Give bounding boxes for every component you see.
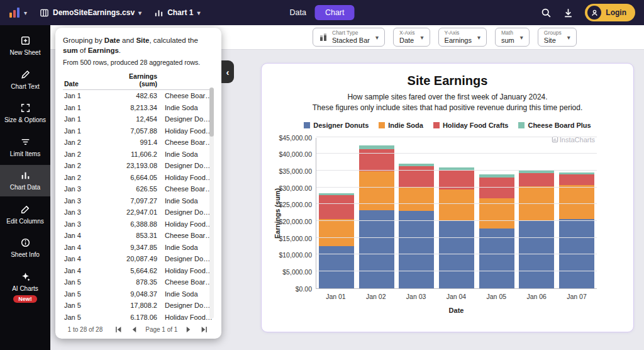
- chevron-down-icon: ▾: [520, 34, 523, 41]
- download-icon[interactable]: [563, 8, 574, 18]
- table-cell: 8,213.34: [108, 104, 157, 111]
- gridline: [316, 254, 597, 254]
- math-dropdown[interactable]: Math sum ▾: [495, 28, 530, 47]
- x-tick-label: Jan 03: [399, 293, 434, 300]
- table-row: Jan 1482.63Cheese Board Plus: [63, 90, 214, 102]
- bar-segment-designer-donuts[interactable]: [359, 210, 394, 288]
- bar-segment-indie-soda[interactable]: [359, 171, 394, 210]
- chart-selector[interactable]: Chart 1 ▾: [154, 8, 200, 18]
- table-row: Jan 112,454Designer Donuts: [63, 113, 214, 125]
- legend-item: Indie Soda: [379, 121, 423, 129]
- table-scrollbar[interactable]: [209, 88, 214, 319]
- table-row: Jan 17,057.88Holiday Food Crafts: [63, 125, 214, 137]
- table-row: Jan 2991.4Cheese Board Plus: [63, 137, 214, 149]
- table-cell: Holiday Food Crafts: [157, 174, 214, 181]
- sidebar-item-size-options[interactable]: Size & Options: [0, 98, 50, 129]
- row-info: From 500 rows, produced 28 aggregated ro…: [63, 59, 214, 66]
- table-body: Jan 1482.63Cheese Board PlusJan 18,213.3…: [63, 90, 214, 320]
- table-cell: Jan 1: [63, 92, 108, 99]
- table-row: Jan 211,606.2Indie Soda: [63, 149, 214, 161]
- panel-collapse-button[interactable]: ‹: [221, 60, 234, 83]
- bar-segment-indie-soda[interactable]: [319, 219, 354, 247]
- table-cell: Indie Soda: [157, 197, 214, 205]
- column-header-date[interactable]: Date: [63, 80, 108, 88]
- bar-segment-holiday-food-crafts[interactable]: [479, 178, 514, 198]
- bar-segment-indie-soda[interactable]: [559, 185, 594, 219]
- legend-label: Holiday Food Crafts: [443, 121, 509, 129]
- table-row: Jan 26,664.05Holiday Food Crafts: [63, 172, 214, 184]
- bar-segment-designer-donuts[interactable]: [519, 221, 554, 288]
- chart-data-panel: ‹ Grouping by Date and Site, calculated …: [55, 28, 221, 339]
- bar-segment-indie-soda[interactable]: [479, 198, 514, 229]
- bar-segment-designer-donuts[interactable]: [319, 246, 354, 288]
- legend-label: Designer Donuts: [313, 121, 369, 129]
- table-cell: Jan 4: [63, 267, 108, 274]
- table-cell: Cheese Board Plus: [157, 185, 214, 193]
- bar-segment-indie-soda[interactable]: [399, 188, 434, 212]
- bar-jan-01[interactable]: [319, 193, 354, 288]
- legend-label: Indie Soda: [388, 121, 423, 129]
- groups-dropdown[interactable]: Groups Site ▾: [538, 28, 577, 47]
- column-header-earnings[interactable]: Earnings (sum): [121, 72, 157, 88]
- gridline: [316, 220, 597, 221]
- prev-page-button[interactable]: [130, 326, 139, 333]
- summary-segment: Date: [104, 37, 120, 44]
- y-axis-dropdown[interactable]: Y-Axis Earnings ▾: [438, 28, 487, 47]
- bar-segment-holiday-food-crafts[interactable]: [319, 195, 354, 219]
- bar-segment-holiday-food-crafts[interactable]: [519, 173, 554, 186]
- login-button[interactable]: Login: [585, 4, 635, 21]
- tab-data[interactable]: Data: [290, 8, 306, 17]
- table-cell: Designer Donuts: [157, 255, 214, 262]
- columns-icon: [40, 8, 49, 18]
- app-logo[interactable]: ▾: [9, 7, 27, 18]
- table-row: Jan 517,808.2Designer Donuts: [63, 300, 214, 312]
- bar-jan-03[interactable]: [399, 164, 434, 288]
- dropdown-label: Y-Axis: [445, 30, 472, 36]
- chevron-left-icon: ‹: [226, 67, 230, 77]
- dropdown-value: Stacked Bar: [332, 37, 370, 44]
- scrollbar-thumb[interactable]: [209, 88, 214, 137]
- sidebar-item-chart-data[interactable]: Chart Data: [0, 165, 50, 196]
- bar-segment-designer-donuts[interactable]: [399, 211, 434, 288]
- sidebar-item-sheet-info[interactable]: Sheet Info: [0, 232, 50, 264]
- last-page-button[interactable]: [199, 326, 209, 333]
- x-axis-dropdown[interactable]: X-Axis Date ▾: [393, 28, 430, 47]
- chevron-down-icon: ▾: [567, 34, 570, 41]
- sidebar-item-edit-columns[interactable]: Edit Columns: [0, 199, 50, 230]
- next-page-button[interactable]: [184, 326, 193, 333]
- tab-chart[interactable]: Chart: [315, 5, 355, 20]
- sidebar-item-limit-items[interactable]: Limit Items: [0, 132, 50, 163]
- logo-icon: [9, 7, 21, 18]
- bar-segment-holiday-food-crafts[interactable]: [399, 166, 434, 188]
- bar-segment-holiday-food-crafts[interactable]: [359, 149, 394, 172]
- y-tick-label: $10,000.00: [279, 251, 312, 259]
- bar-jan-02[interactable]: [359, 145, 394, 288]
- sidebar-item-chart-text[interactable]: Chart Text: [0, 64, 50, 96]
- table-cell: 11,606.2: [108, 150, 157, 158]
- table-cell: 6,178.06: [108, 313, 157, 320]
- summary-segment: .: [119, 47, 121, 54]
- pagination-page: Page 1 of 1: [145, 326, 177, 333]
- chart-name: Chart 1: [167, 8, 193, 17]
- first-page-button[interactable]: [114, 326, 123, 333]
- topbar: ▾ DemoSiteEarnings.csv ▾ Chart 1 ▾ Data …: [0, 0, 644, 25]
- chart-subtitle-line1: How sample sites fared over the first we…: [273, 92, 622, 103]
- table-row: Jan 5878.35Cheese Board Plus: [63, 276, 214, 288]
- file-selector[interactable]: DemoSiteEarnings.csv ▾: [40, 8, 142, 18]
- sidebar-item-new-sheet[interactable]: New Sheet: [0, 30, 50, 62]
- chart-type-dropdown[interactable]: Chart Type Stacked Bar ▾: [313, 28, 385, 47]
- table-cell: Jan 1: [63, 104, 108, 111]
- gridline: [316, 153, 597, 154]
- table-cell: Designer Donuts: [157, 302, 214, 309]
- bar-jan-04[interactable]: [439, 167, 474, 288]
- y-tick-label: $35,000.00: [279, 167, 312, 175]
- y-axis-title: Earnings (sum): [273, 138, 282, 289]
- bar-segment-indie-soda[interactable]: [439, 189, 474, 221]
- chart-title: Site Earnings: [273, 74, 622, 88]
- sidebar-item-ai-charts[interactable]: AI Charts New!: [0, 266, 50, 308]
- legend-item: Designer Donuts: [304, 121, 369, 129]
- table-cell: Jan 4: [63, 232, 108, 239]
- bar-segment-holiday-food-crafts[interactable]: [559, 174, 594, 185]
- search-icon[interactable]: [541, 8, 552, 18]
- legend-swatch: [379, 122, 385, 128]
